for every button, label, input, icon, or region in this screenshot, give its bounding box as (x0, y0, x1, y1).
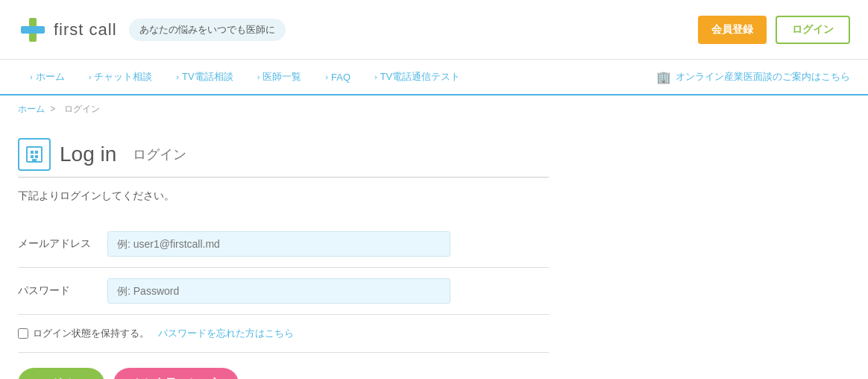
page-subtitle: 下記よりログインしてください。 (18, 190, 549, 203)
nav-label-chat: チャット相談 (94, 70, 152, 84)
remember-me-label[interactable]: ログイン状態を保持する。 (18, 327, 149, 340)
chevron-icon-faq: › (325, 72, 328, 81)
svg-rect-4 (35, 151, 38, 154)
breadcrumb: ホーム > ログイン (0, 95, 868, 123)
header-right: 会員登録 ログイン (698, 16, 850, 44)
register-button[interactable]: 会員登録 (698, 16, 767, 44)
svg-rect-5 (31, 155, 34, 158)
title-divider (18, 177, 549, 178)
nav-item-home[interactable]: › ホーム (18, 60, 77, 94)
chevron-icon-chat: › (89, 72, 92, 81)
page-title-ja: ログイン (133, 145, 186, 163)
main-content: Log in ログイン 下記よりログインしてください。 メールアドレス パスワー… (0, 123, 567, 379)
page-title-en: Log in (60, 142, 116, 166)
password-form-row: パスワード (18, 268, 549, 315)
form-buttons: ログイン まだ会員でない方 (18, 368, 549, 379)
logo-icon (18, 15, 48, 45)
email-input[interactable] (107, 231, 450, 257)
login-submit-button[interactable]: ログイン (18, 368, 104, 379)
breadcrumb-separator: > (50, 104, 55, 114)
login-header-button[interactable]: ログイン (776, 16, 850, 44)
chevron-icon-home: › (30, 72, 33, 81)
chevron-icon-tv-phone: › (176, 72, 179, 81)
nav-right-link[interactable]: 🏢 オンライン産業医面談のご案内はこちら (656, 70, 850, 84)
tagline: あなたの悩みをいつでも医師に (129, 19, 286, 41)
site-header: first call あなたの悩みをいつでも医師に 会員登録 ログイン (0, 0, 868, 60)
breadcrumb-home[interactable]: ホーム (18, 104, 45, 114)
page-title-area: Log in ログイン (18, 138, 549, 171)
email-label: メールアドレス (18, 237, 107, 251)
chevron-icon-tv-test: › (374, 72, 377, 81)
remember-me-text: ログイン状態を保持する。 (33, 327, 149, 340)
nav-item-faq[interactable]: › FAQ (313, 61, 362, 93)
nav-item-tv-test[interactable]: › TV電話通信テスト (362, 60, 472, 94)
chevron-icon-doctors: › (257, 72, 260, 81)
forgot-password-link[interactable]: パスワードを忘れた方はこちら (158, 327, 294, 340)
breadcrumb-current: ログイン (64, 104, 100, 114)
nav-item-tv-phone[interactable]: › TV電話相談 (164, 60, 245, 94)
password-label: パスワード (18, 284, 107, 298)
header-left: first call あなたの悩みをいつでも医師に (18, 15, 286, 45)
nav-right-label: オンライン産業医面談のご案内はこちら (676, 70, 850, 84)
nav-item-chat[interactable]: › チャット相談 (77, 60, 165, 94)
nav-label-tv-phone: TV電話相談 (182, 70, 233, 84)
nav-label-faq: FAQ (331, 72, 350, 83)
logo-area: first call (18, 15, 117, 45)
login-building-icon (18, 138, 51, 171)
svg-rect-7 (32, 159, 37, 162)
nav-left: › ホーム › チャット相談 › TV電話相談 › 医師一覧 › FAQ › T… (18, 60, 472, 94)
register-redirect-button[interactable]: まだ会員でない方 (113, 368, 239, 379)
nav-label-tv-test: TV電話通信テスト (380, 70, 461, 84)
svg-rect-6 (35, 155, 38, 158)
remember-me-checkbox[interactable] (18, 328, 28, 339)
building-nav-icon: 🏢 (656, 70, 671, 84)
main-nav: › ホーム › チャット相談 › TV電話相談 › 医師一覧 › FAQ › T… (0, 60, 868, 95)
svg-rect-1 (21, 26, 45, 34)
nav-label-home: ホーム (36, 70, 65, 84)
svg-rect-3 (31, 151, 34, 154)
password-input[interactable] (107, 278, 450, 304)
email-form-row: メールアドレス (18, 221, 549, 268)
nav-item-doctors[interactable]: › 医師一覧 (245, 60, 314, 94)
logo-text: first call (54, 20, 117, 40)
form-options: ログイン状態を保持する。 パスワードを忘れた方はこちら (18, 315, 549, 353)
nav-label-doctors: 医師一覧 (262, 70, 301, 84)
